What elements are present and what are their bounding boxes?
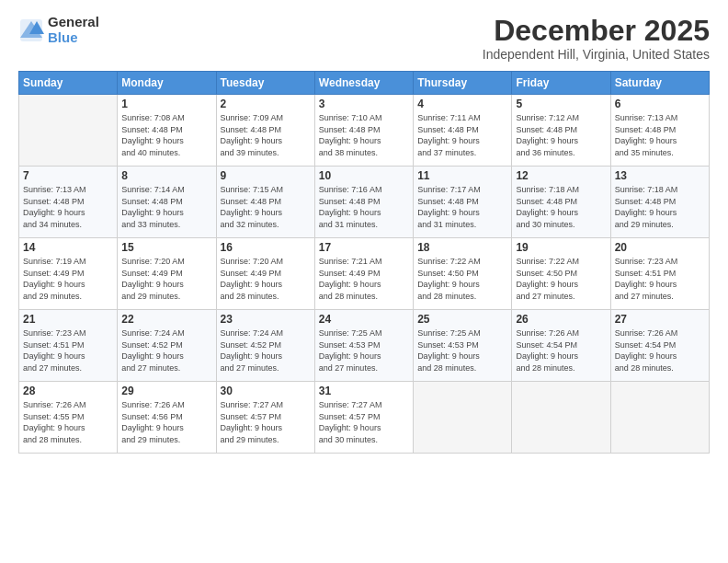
- day-info: Sunrise: 7:24 AM Sunset: 4:52 PM Dayligh…: [221, 327, 311, 373]
- header: General Blue December 2025 Independent H…: [18, 15, 710, 62]
- col-sunday: Sunday: [19, 72, 118, 95]
- col-wednesday: Wednesday: [314, 72, 413, 95]
- day-cell: 26Sunrise: 7:26 AM Sunset: 4:54 PM Dayli…: [512, 310, 610, 382]
- day-number: 17: [319, 241, 409, 254]
- day-number: 16: [221, 241, 311, 254]
- day-cell: 1Sunrise: 7:08 AM Sunset: 4:48 PM Daylig…: [118, 95, 216, 167]
- day-cell: 13Sunrise: 7:18 AM Sunset: 4:48 PM Dayli…: [610, 167, 709, 238]
- day-number: 27: [615, 313, 705, 326]
- calendar-header: Sunday Monday Tuesday Wednesday Thursday…: [19, 72, 710, 95]
- col-tuesday: Tuesday: [216, 72, 314, 95]
- day-number: 18: [417, 241, 507, 254]
- day-info: Sunrise: 7:12 AM Sunset: 4:48 PM Dayligh…: [516, 112, 606, 158]
- page: General Blue December 2025 Independent H…: [0, 0, 728, 563]
- day-info: Sunrise: 7:24 AM Sunset: 4:52 PM Dayligh…: [121, 327, 211, 373]
- day-cell: 30Sunrise: 7:27 AM Sunset: 4:57 PM Dayli…: [216, 382, 314, 454]
- month-title: December 2025: [483, 15, 710, 47]
- day-number: 20: [615, 241, 705, 254]
- week-row-2: 7Sunrise: 7:13 AM Sunset: 4:48 PM Daylig…: [19, 167, 710, 238]
- week-row-3: 14Sunrise: 7:19 AM Sunset: 4:49 PM Dayli…: [19, 238, 710, 310]
- day-info: Sunrise: 7:22 AM Sunset: 4:50 PM Dayligh…: [516, 256, 606, 302]
- day-cell: [19, 95, 118, 167]
- day-cell: 9Sunrise: 7:15 AM Sunset: 4:48 PM Daylig…: [216, 167, 314, 238]
- day-cell: 2Sunrise: 7:09 AM Sunset: 4:48 PM Daylig…: [216, 95, 314, 167]
- day-number: 12: [516, 169, 606, 182]
- day-info: Sunrise: 7:13 AM Sunset: 4:48 PM Dayligh…: [615, 112, 705, 158]
- calendar-body: 1Sunrise: 7:08 AM Sunset: 4:48 PM Daylig…: [19, 95, 710, 454]
- day-number: 28: [23, 385, 113, 397]
- title-area: December 2025 Independent Hill, Virginia…: [483, 15, 710, 62]
- day-number: 1: [121, 98, 211, 110]
- day-number: 31: [319, 385, 409, 397]
- day-cell: 22Sunrise: 7:24 AM Sunset: 4:52 PM Dayli…: [118, 310, 216, 382]
- day-cell: 7Sunrise: 7:13 AM Sunset: 4:48 PM Daylig…: [19, 167, 118, 238]
- week-row-1: 1Sunrise: 7:08 AM Sunset: 4:48 PM Daylig…: [19, 95, 710, 167]
- day-info: Sunrise: 7:26 AM Sunset: 4:55 PM Dayligh…: [23, 399, 113, 445]
- logo-general-text: General: [48, 15, 99, 30]
- day-info: Sunrise: 7:13 AM Sunset: 4:48 PM Dayligh…: [23, 184, 113, 230]
- day-info: Sunrise: 7:20 AM Sunset: 4:49 PM Dayligh…: [121, 256, 211, 302]
- day-number: 11: [417, 169, 507, 182]
- day-cell: 21Sunrise: 7:23 AM Sunset: 4:51 PM Dayli…: [19, 310, 118, 382]
- day-number: 24: [319, 313, 409, 326]
- col-saturday: Saturday: [610, 72, 709, 95]
- day-number: 21: [23, 313, 113, 326]
- day-info: Sunrise: 7:27 AM Sunset: 4:57 PM Dayligh…: [221, 399, 311, 445]
- day-cell: 15Sunrise: 7:20 AM Sunset: 4:49 PM Dayli…: [118, 238, 216, 310]
- day-info: Sunrise: 7:22 AM Sunset: 4:50 PM Dayligh…: [417, 256, 507, 302]
- day-number: 14: [23, 241, 113, 254]
- day-info: Sunrise: 7:19 AM Sunset: 4:49 PM Dayligh…: [23, 256, 113, 302]
- day-cell: 16Sunrise: 7:20 AM Sunset: 4:49 PM Dayli…: [216, 238, 314, 310]
- day-cell: 28Sunrise: 7:26 AM Sunset: 4:55 PM Dayli…: [19, 382, 118, 454]
- day-number: 23: [221, 313, 311, 326]
- day-number: 30: [221, 385, 311, 397]
- day-number: 2: [221, 98, 311, 110]
- day-cell: [610, 382, 709, 454]
- day-number: 3: [319, 98, 409, 110]
- day-cell: 17Sunrise: 7:21 AM Sunset: 4:49 PM Dayli…: [314, 238, 413, 310]
- day-info: Sunrise: 7:26 AM Sunset: 4:54 PM Dayligh…: [615, 327, 705, 373]
- day-number: 29: [121, 385, 211, 397]
- day-info: Sunrise: 7:14 AM Sunset: 4:48 PM Dayligh…: [121, 184, 211, 230]
- week-row-5: 28Sunrise: 7:26 AM Sunset: 4:55 PM Dayli…: [19, 382, 710, 454]
- day-cell: 11Sunrise: 7:17 AM Sunset: 4:48 PM Dayli…: [414, 167, 512, 238]
- day-info: Sunrise: 7:26 AM Sunset: 4:54 PM Dayligh…: [516, 327, 606, 373]
- day-info: Sunrise: 7:25 AM Sunset: 4:53 PM Dayligh…: [319, 327, 409, 373]
- day-info: Sunrise: 7:25 AM Sunset: 4:53 PM Dayligh…: [417, 327, 507, 373]
- day-cell: 10Sunrise: 7:16 AM Sunset: 4:48 PM Dayli…: [314, 167, 413, 238]
- calendar-table: Sunday Monday Tuesday Wednesday Thursday…: [18, 71, 710, 454]
- logo-icon: [18, 17, 44, 43]
- day-number: 13: [615, 169, 705, 182]
- day-cell: [512, 382, 610, 454]
- day-cell: 3Sunrise: 7:10 AM Sunset: 4:48 PM Daylig…: [314, 95, 413, 167]
- day-info: Sunrise: 7:15 AM Sunset: 4:48 PM Dayligh…: [221, 184, 311, 230]
- day-info: Sunrise: 7:17 AM Sunset: 4:48 PM Dayligh…: [417, 184, 507, 230]
- day-cell: 25Sunrise: 7:25 AM Sunset: 4:53 PM Dayli…: [414, 310, 512, 382]
- day-cell: 14Sunrise: 7:19 AM Sunset: 4:49 PM Dayli…: [19, 238, 118, 310]
- day-number: 9: [221, 169, 311, 182]
- day-info: Sunrise: 7:16 AM Sunset: 4:48 PM Dayligh…: [319, 184, 409, 230]
- day-number: 6: [615, 98, 705, 110]
- logo-blue-text: Blue: [48, 30, 99, 46]
- day-cell: 20Sunrise: 7:23 AM Sunset: 4:51 PM Dayli…: [610, 238, 709, 310]
- day-cell: 4Sunrise: 7:11 AM Sunset: 4:48 PM Daylig…: [414, 95, 512, 167]
- day-number: 15: [121, 241, 211, 254]
- day-info: Sunrise: 7:10 AM Sunset: 4:48 PM Dayligh…: [319, 112, 409, 158]
- day-cell: 18Sunrise: 7:22 AM Sunset: 4:50 PM Dayli…: [414, 238, 512, 310]
- week-row-4: 21Sunrise: 7:23 AM Sunset: 4:51 PM Dayli…: [19, 310, 710, 382]
- day-info: Sunrise: 7:20 AM Sunset: 4:49 PM Dayligh…: [221, 256, 311, 302]
- day-info: Sunrise: 7:27 AM Sunset: 4:57 PM Dayligh…: [319, 399, 409, 445]
- day-cell: 31Sunrise: 7:27 AM Sunset: 4:57 PM Dayli…: [314, 382, 413, 454]
- header-row: Sunday Monday Tuesday Wednesday Thursday…: [19, 72, 710, 95]
- col-monday: Monday: [118, 72, 216, 95]
- day-info: Sunrise: 7:09 AM Sunset: 4:48 PM Dayligh…: [221, 112, 311, 158]
- day-info: Sunrise: 7:18 AM Sunset: 4:48 PM Dayligh…: [615, 184, 705, 230]
- day-cell: 6Sunrise: 7:13 AM Sunset: 4:48 PM Daylig…: [610, 95, 709, 167]
- day-number: 8: [121, 169, 211, 182]
- day-number: 10: [319, 169, 409, 182]
- day-number: 26: [516, 313, 606, 326]
- day-cell: 29Sunrise: 7:26 AM Sunset: 4:56 PM Dayli…: [118, 382, 216, 454]
- logo: General Blue: [18, 15, 99, 45]
- day-number: 4: [417, 98, 507, 110]
- day-cell: [414, 382, 512, 454]
